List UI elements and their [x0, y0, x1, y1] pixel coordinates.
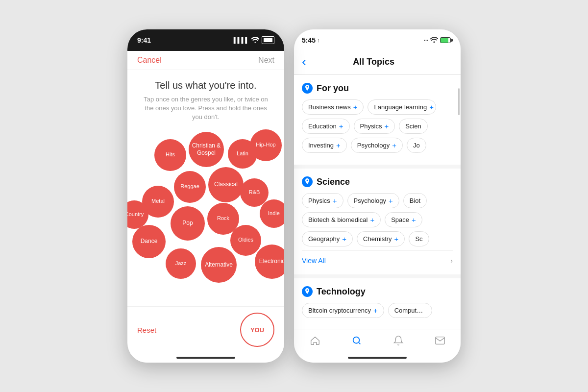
cancel-button[interactable]: Cancel — [137, 56, 162, 65]
tab-search[interactable] — [343, 333, 370, 351]
bottom-tabs — [294, 329, 461, 353]
tag-physics-foryou[interactable]: Physics + — [354, 119, 395, 134]
tag-biotech-truncated[interactable]: Biot — [403, 193, 427, 208]
tag-physics-science[interactable]: Physics + — [302, 193, 343, 208]
tag-label: Investing — [308, 142, 334, 149]
view-all-label: View All — [302, 257, 326, 265]
for-you-title: For you — [317, 83, 349, 94]
bubble-pop[interactable]: Pop — [171, 206, 205, 241]
tab-home[interactable] — [302, 333, 328, 351]
title-section: Tell us what you're into. Tap once on th… — [127, 70, 284, 127]
plus-icon: + — [412, 216, 416, 224]
tag-label: Biot — [410, 197, 420, 204]
reset-button[interactable]: Reset — [137, 326, 156, 334]
bubble-indie[interactable]: Indie — [260, 199, 284, 228]
tag-education[interactable]: Education + — [302, 119, 350, 134]
bubble-electronic[interactable]: Electronic — [255, 245, 284, 279]
for-you-section: For you Business news + Language learnin… — [294, 75, 461, 165]
svg-point-0 — [353, 337, 359, 343]
technology-row-1: Bitcoin cryptocurrency + Computer pr — [302, 303, 453, 318]
wifi-icon — [251, 37, 259, 44]
bubble-reggae[interactable]: Reggae — [174, 171, 206, 203]
tag-computer-truncated[interactable]: Computer pr — [388, 303, 432, 318]
tab-notifications[interactable] — [385, 333, 412, 351]
tag-label: Space — [391, 216, 409, 223]
back-button[interactable]: ‹ — [302, 55, 306, 69]
science-header: Science — [302, 176, 453, 187]
right-wifi-icon — [430, 37, 438, 44]
bubble-oldies[interactable]: Oldies — [230, 225, 261, 256]
tag-sc-truncated[interactable]: Sc — [409, 231, 429, 246]
page-title: All Topics — [353, 57, 394, 67]
right-time: 5:45 — [302, 36, 316, 44]
plus-icon: + — [342, 235, 346, 243]
right-status-icons: ··· — [424, 37, 453, 44]
tag-space[interactable]: Space + — [385, 212, 422, 227]
tag-biotech-full[interactable]: Biotech & biomedical + — [302, 212, 381, 227]
tag-bitcoin[interactable]: Bitcoin cryptocurrency + — [302, 303, 384, 318]
right-status-bar: 5:45 ↑ ··· — [294, 29, 461, 51]
bubble-alternative[interactable]: Alternative — [201, 247, 237, 283]
right-home-bar — [348, 357, 407, 359]
left-time: 9:41 — [137, 36, 151, 44]
plus-icon: + — [429, 103, 434, 111]
tag-psychology-foryou[interactable]: Psychology + — [351, 138, 403, 153]
main-title: Tell us what you're into. — [142, 80, 270, 91]
for-you-row-1: Business news + Language learning + — [302, 99, 453, 115]
bubble-classical[interactable]: Classical — [208, 167, 244, 202]
home-icon — [310, 335, 320, 349]
plus-icon: + — [384, 122, 389, 130]
right-time-section: 5:45 ↑ — [302, 36, 320, 44]
technology-icon — [302, 286, 313, 297]
scrollbar — [458, 88, 460, 115]
chevron-right-icon: › — [450, 257, 453, 265]
tag-label: Sc — [415, 235, 422, 243]
tag-business-news[interactable]: Business news + — [302, 99, 364, 115]
content-scroll[interactable]: For you Business news + Language learnin… — [294, 75, 461, 329]
view-all-button[interactable]: View All › — [302, 250, 453, 267]
bell-icon — [393, 335, 404, 349]
tag-geography[interactable]: Geography + — [302, 231, 353, 246]
tag-label: Chemistry — [363, 235, 392, 243]
plus-icon: + — [392, 141, 396, 149]
bubble-christian---gospel[interactable]: Christian & Gospel — [189, 132, 224, 167]
tag-science-truncated[interactable]: Scien — [399, 119, 428, 134]
tab-messages[interactable] — [427, 333, 453, 351]
bubble-hits[interactable]: Hits — [154, 139, 186, 171]
left-phone: 9:41 ▌▌▌▌ Cancel Next Tell us what you'r… — [127, 29, 284, 363]
tag-label: Bitcoin cryptocurrency — [308, 307, 371, 314]
bubble-dance[interactable]: Dance — [132, 225, 166, 258]
tag-chemistry[interactable]: Chemistry + — [357, 231, 405, 246]
you-circle[interactable]: YOU — [240, 313, 274, 347]
science-title: Science — [317, 177, 350, 187]
next-button[interactable]: Next — [258, 56, 274, 65]
bubble-hip-hop[interactable]: Hip-Hop — [250, 129, 282, 161]
technology-section: Technology Bitcoin cryptocurrency + Comp… — [294, 278, 461, 329]
tag-label: Jo — [413, 142, 420, 149]
plus-icon: + — [339, 122, 343, 130]
signal-icon: ▌▌▌▌ — [234, 37, 249, 43]
tag-investing[interactable]: Investing + — [302, 138, 347, 153]
location-arrow-icon: ↑ — [317, 37, 320, 43]
bottom-bar: Reset YOU — [127, 306, 284, 353]
for-you-icon — [302, 83, 313, 94]
science-row-1: Physics + Psychology + Biot — [302, 193, 453, 208]
tag-label: Education — [308, 122, 337, 130]
tag-label: Physics — [360, 122, 382, 130]
plus-icon: + — [370, 216, 374, 224]
tag-language-learning[interactable]: Language learning + — [368, 99, 436, 115]
technology-header: Technology — [302, 286, 453, 297]
for-you-row-2: Education + Physics + Scien — [302, 119, 453, 134]
bubble-jazz[interactable]: Jazz — [166, 248, 196, 279]
tag-jobs-truncated[interactable]: Jo — [407, 138, 426, 153]
tag-psychology-science[interactable]: Psychology + — [347, 193, 399, 208]
tag-label: Psychology — [354, 197, 386, 204]
technology-title: Technology — [317, 287, 366, 297]
tag-label: Biotech & biomedical — [308, 216, 368, 223]
bubble-area: HitsChristian & GospelLatinHip-HopReggae… — [127, 127, 284, 306]
for-you-header: For you — [302, 83, 453, 94]
plus-icon: + — [394, 235, 399, 243]
tag-label: Psychology — [357, 142, 390, 149]
top-nav: ‹ All Topics — [294, 51, 461, 75]
left-nav-bar: Cancel Next — [127, 51, 284, 70]
